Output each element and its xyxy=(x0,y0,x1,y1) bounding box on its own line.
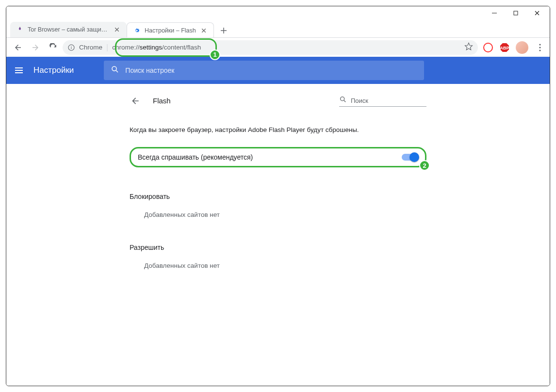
tab-strip: Tor Browser – самый защищенн… Настройки … xyxy=(6,20,550,37)
flash-description: Когда вы закроете браузер, настройки Ado… xyxy=(130,126,426,133)
tab-close-button[interactable] xyxy=(113,26,121,33)
address-bar[interactable]: Chrome | chrome://settings/content/flash… xyxy=(63,40,478,55)
settings-search-box[interactable] xyxy=(104,61,424,80)
settings-search-input[interactable] xyxy=(125,66,417,74)
window-maximize-button[interactable] xyxy=(505,6,526,20)
new-tab-button[interactable] xyxy=(217,24,230,37)
svg-rect-1 xyxy=(514,11,518,15)
section-title: Flash xyxy=(153,97,327,105)
svg-point-13 xyxy=(484,43,492,52)
tab-title: Настройки – Flash xyxy=(145,27,196,34)
always-ask-toggle[interactable] xyxy=(402,154,418,161)
toggle-label: Всегда спрашивать (рекомендуется) xyxy=(138,153,402,161)
search-icon xyxy=(111,65,119,76)
browser-toolbar: Chrome | chrome://settings/content/flash… xyxy=(6,37,550,57)
hamburger-menu-button[interactable] xyxy=(13,65,25,76)
bookmark-star-icon[interactable] xyxy=(464,42,473,53)
yandex-extension-icon[interactable] xyxy=(483,42,493,53)
block-heading: Блокировать xyxy=(130,193,426,200)
svg-point-17 xyxy=(539,47,540,48)
window-minimize-button[interactable] xyxy=(484,6,505,20)
allow-heading: Разрешить xyxy=(130,244,426,251)
browser-menu-button[interactable] xyxy=(534,42,546,53)
window-controls xyxy=(6,6,550,20)
svg-text:ABP: ABP xyxy=(500,46,509,50)
annotation-badge-2: 2 xyxy=(419,160,430,171)
url-text: chrome://settings/content/flash xyxy=(112,44,460,51)
reload-button[interactable] xyxy=(45,40,61,55)
svg-line-23 xyxy=(116,70,118,72)
local-search-box[interactable] xyxy=(339,95,426,107)
settings-title: Настройки xyxy=(33,65,74,75)
svg-point-16 xyxy=(539,44,540,45)
adblock-extension-icon[interactable]: ABP xyxy=(499,42,510,53)
profile-avatar[interactable] xyxy=(516,41,528,54)
always-ask-toggle-row: Всегда спрашивать (рекомендуется) 2 xyxy=(130,147,426,167)
site-label: Chrome xyxy=(79,44,102,51)
gear-icon xyxy=(133,27,141,34)
search-icon xyxy=(339,96,347,105)
svg-point-22 xyxy=(112,66,116,71)
svg-point-24 xyxy=(341,97,344,101)
settings-header: Настройки xyxy=(6,57,550,84)
back-button[interactable] xyxy=(10,40,26,55)
tab-close-button[interactable] xyxy=(200,27,208,34)
onion-icon xyxy=(16,26,24,33)
site-info-icon[interactable] xyxy=(67,44,75,51)
block-empty-message: Добавленных сайтов нет xyxy=(144,211,426,218)
tab-item[interactable]: Tor Browser – самый защищенн… xyxy=(10,22,127,37)
settings-content: Flash Когда вы закроете браузер, настрой… xyxy=(6,84,550,386)
allow-empty-message: Добавленных сайтов нет xyxy=(144,262,426,269)
tab-item[interactable]: Настройки – Flash xyxy=(127,22,214,38)
window-close-button[interactable] xyxy=(526,6,548,20)
back-arrow-button[interactable] xyxy=(130,95,141,107)
local-search-input[interactable] xyxy=(351,97,432,104)
svg-line-25 xyxy=(344,100,345,102)
svg-point-11 xyxy=(71,46,71,46)
tab-title: Tor Browser – самый защищенн… xyxy=(28,26,109,33)
forward-button[interactable] xyxy=(28,40,43,55)
svg-point-18 xyxy=(539,49,540,51)
extensions-row: ABP xyxy=(483,41,546,54)
